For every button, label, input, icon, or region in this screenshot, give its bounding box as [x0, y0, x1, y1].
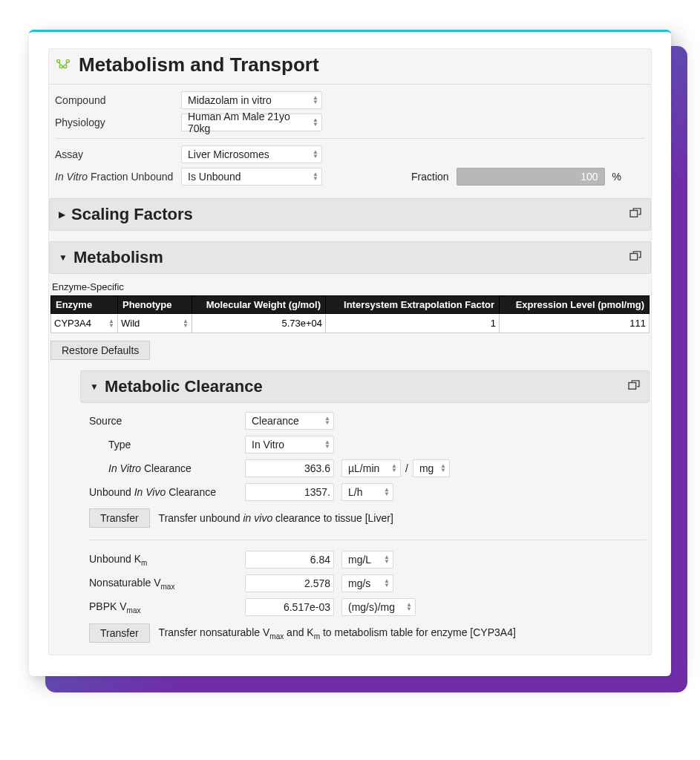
uivc-label: Unbound In Vivo Clearance: [89, 486, 238, 498]
th-phenotype: Phenotype: [118, 296, 192, 314]
th-enzyme: Enzyme: [51, 296, 118, 314]
stepper-icon[interactable]: ▲▼: [406, 603, 412, 612]
svg-line-4: [59, 62, 60, 65]
stepper-icon[interactable]: ▲▼: [108, 319, 114, 328]
caret-right-icon: ▶: [59, 209, 65, 220]
pbpk-unit-select[interactable]: (mg/s)/mg ▲▼: [341, 598, 416, 616]
cell-enzyme[interactable]: CYP3A4▲▼: [51, 314, 118, 333]
metabolic-clearance-accordion[interactable]: ▼ Metabolic Clearance: [80, 370, 650, 403]
assay-row: Assay Liver Microsomes ▲▼: [55, 143, 645, 166]
svg-point-3: [64, 65, 67, 68]
stepper-icon[interactable]: ▲▼: [440, 464, 446, 473]
transfer-button[interactable]: Transfer: [89, 508, 150, 528]
ivc-unit1-select[interactable]: µL/min ▲▼: [341, 459, 401, 477]
assay-label: Assay: [55, 148, 181, 160]
svg-rect-9: [629, 383, 636, 390]
cell-mw[interactable]: 5.73e+04: [192, 314, 326, 333]
stepper-icon[interactable]: ▲▼: [384, 488, 390, 497]
page-title: Metabolism and Transport: [79, 53, 319, 76]
svg-rect-7: [630, 211, 638, 217]
stepper-icon[interactable]: ▲▼: [313, 172, 318, 181]
enzyme-table: Enzyme Phenotype Molecular Weight (g/mol…: [50, 295, 650, 333]
stepper-icon[interactable]: ▲▼: [313, 150, 318, 159]
popout-icon[interactable]: [629, 208, 641, 221]
compound-row: Compound Midazolam in vitro ▲▼: [55, 89, 645, 111]
slash: /: [405, 462, 408, 474]
molecule-icon: [55, 56, 71, 74]
source-row: Source Clearance ▲▼: [89, 409, 647, 433]
restore-defaults-button[interactable]: Restore Defaults: [50, 341, 150, 360]
scaling-factors-accordion[interactable]: ▶ Scaling Factors: [49, 198, 651, 231]
source-select[interactable]: Clearance ▲▼: [245, 412, 334, 430]
metabolism-content: Enzyme-Specific Enzyme Phenotype Molecul…: [49, 281, 651, 647]
main-card: Metabolism and Transport Compound Midazo…: [29, 30, 671, 676]
caret-down-icon: ▼: [59, 252, 68, 263]
transfer1-text: Transfer unbound in vivo clearance to ti…: [159, 512, 393, 524]
main-panel: Metabolism and Transport Compound Midazo…: [48, 48, 652, 655]
scaling-title: Scaling Factors: [71, 205, 193, 224]
page-title-row: Metabolism and Transport: [49, 52, 651, 85]
vmax-row: Nonsaturable Vmax 2.578 mg/s ▲▼: [89, 571, 647, 595]
stepper-icon[interactable]: ▲▼: [384, 579, 390, 588]
fraction-unit: %: [612, 171, 621, 183]
table-header-row: Enzyme Phenotype Molecular Weight (g/mol…: [51, 296, 650, 314]
ivc-unit2-select[interactable]: mg ▲▼: [413, 459, 450, 477]
physiology-select[interactable]: Human Am Male 21yo 70kg ▲▼: [181, 114, 322, 131]
stepper-icon[interactable]: ▲▼: [324, 440, 330, 449]
type-select[interactable]: In Vitro ▲▼: [245, 436, 334, 453]
enzyme-specific-label: Enzyme-Specific: [52, 281, 650, 292]
pbpk-row: PBPK Vmax 6.517e-03 (mg/s)/mg ▲▼: [89, 595, 647, 619]
stepper-icon[interactable]: ▲▼: [183, 319, 189, 328]
stepper-icon[interactable]: ▲▼: [324, 416, 330, 425]
assay-select[interactable]: Liver Microsomes ▲▼: [181, 145, 322, 163]
invitro-clearance-row: In Vitro Clearance 363.6 µL/min ▲▼ /: [89, 456, 647, 480]
km-row: Unbound Km 6.84 mg/L ▲▼: [89, 548, 647, 571]
ivfu-select[interactable]: Is Unbound ▲▼: [181, 168, 322, 186]
svg-rect-8: [630, 254, 638, 261]
type-row: Type In Vitro ▲▼: [89, 433, 647, 456]
svg-point-2: [59, 65, 62, 68]
metabolism-title: Metabolism: [73, 248, 163, 267]
stepper-icon[interactable]: ▲▼: [391, 464, 397, 473]
uivc-unit-select[interactable]: L/h ▲▼: [341, 483, 393, 501]
popout-icon[interactable]: [629, 251, 641, 264]
ivfu-label: In Vitro Fraction Unbound: [55, 171, 181, 183]
transfer1-row: Transfer Transfer unbound in vivo cleara…: [89, 504, 647, 532]
unbound-invivo-row: Unbound In Vivo Clearance 1357. L/h ▲▼: [89, 480, 647, 504]
caret-down-icon: ▼: [90, 381, 99, 392]
ivfu-value: Is Unbound: [188, 171, 241, 183]
source-label: Source: [89, 415, 238, 427]
ivc-value-field[interactable]: 363.6: [245, 459, 334, 477]
th-mw: Molecular Weight (g/mol): [192, 296, 326, 314]
transfer-button[interactable]: Transfer: [89, 623, 150, 643]
ivfu-row: In Vitro Fraction Unbound Is Unbound ▲▼ …: [55, 166, 645, 188]
transfer2-row: Transfer Transfer nonsaturable Vmax and …: [89, 619, 647, 647]
cell-phenotype[interactable]: Wild▲▼: [118, 314, 192, 333]
pbpk-value-field[interactable]: 6.517e-03: [245, 598, 334, 616]
compound-select[interactable]: Midazolam in vitro ▲▼: [181, 91, 322, 109]
km-unit-select[interactable]: mg/L ▲▼: [341, 551, 393, 569]
stepper-icon[interactable]: ▲▼: [313, 118, 318, 127]
stepper-icon[interactable]: ▲▼: [384, 555, 390, 564]
assay-value: Liver Microsomes: [188, 148, 269, 160]
stepper-icon[interactable]: ▲▼: [313, 96, 318, 105]
cell-isef[interactable]: 1: [326, 314, 500, 333]
compound-value: Midazolam in vitro: [188, 94, 272, 106]
metabolism-accordion[interactable]: ▼ Metabolism: [49, 241, 651, 274]
compound-label: Compound: [55, 94, 181, 106]
uivc-value-field[interactable]: 1357.: [245, 483, 334, 501]
fraction-label: Fraction: [411, 171, 449, 183]
clearance-title: Metabolic Clearance: [105, 377, 263, 396]
table-row: CYP3A4▲▼ Wild▲▼ 5.73e+04 1 111: [51, 314, 650, 333]
type-label: Type: [89, 439, 238, 451]
km-value-field[interactable]: 6.84: [245, 551, 334, 569]
vmax-value-field[interactable]: 2.578: [245, 574, 334, 592]
vmax-unit-select[interactable]: mg/s ▲▼: [341, 574, 393, 592]
cell-expr[interactable]: 111: [500, 314, 650, 333]
popout-icon[interactable]: [628, 380, 640, 393]
th-isef: Intersystem Extrapolation Factor: [326, 296, 500, 314]
fraction-field: 100: [457, 168, 605, 186]
clearance-content: Source Clearance ▲▼ Type In Vitro ▲▼: [80, 403, 650, 647]
physiology-value: Human Am Male 21yo 70kg: [188, 111, 310, 134]
vmax-label: Nonsaturable Vmax: [89, 577, 238, 591]
